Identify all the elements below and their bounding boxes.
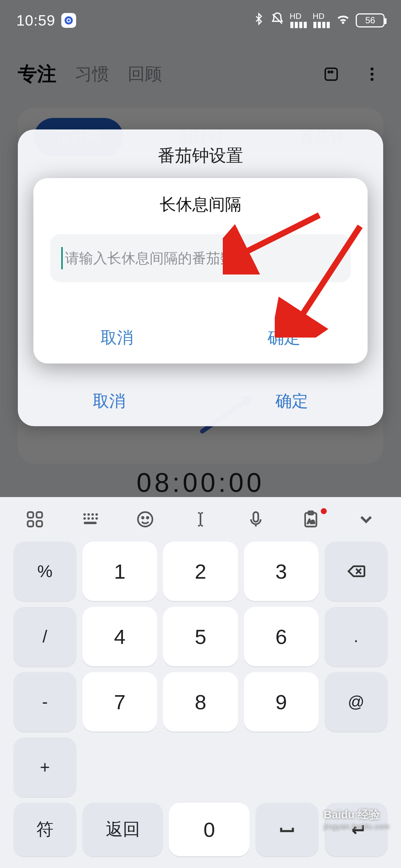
key-3[interactable]: 3: [244, 542, 319, 601]
notification-dot-icon: [321, 508, 327, 514]
kb-layout-icon[interactable]: [70, 506, 111, 533]
wifi-icon: [336, 11, 351, 30]
key-5[interactable]: 5: [163, 607, 238, 666]
kb-collapse-icon[interactable]: [346, 506, 387, 533]
key-at[interactable]: @: [325, 672, 388, 731]
key-2[interactable]: 2: [163, 542, 238, 601]
svg-point-23: [147, 517, 149, 519]
kb-cursor-icon[interactable]: [180, 506, 221, 533]
key-dot[interactable]: .: [325, 607, 388, 666]
key-8[interactable]: 8: [163, 672, 238, 731]
svg-rect-10: [28, 521, 33, 526]
status-time: 10:59: [16, 12, 55, 29]
key-minus[interactable]: -: [13, 672, 76, 731]
signal-hd-1-icon: HD▮▮▮▮: [290, 12, 307, 29]
svg-rect-9: [37, 512, 42, 518]
svg-point-19: [95, 517, 98, 520]
kb-emoji-icon[interactable]: [125, 506, 166, 533]
key-1[interactable]: 1: [82, 542, 157, 601]
svg-rect-24: [253, 512, 258, 522]
annotation-arrow-confirm: [275, 219, 371, 338]
svg-point-13: [87, 513, 90, 516]
key-4[interactable]: 4: [82, 607, 157, 666]
key-space[interactable]: [255, 803, 319, 856]
status-bar: 10:59 HD▮▮▮▮ HD▮▮▮▮ 56: [0, 0, 401, 41]
outer-cancel-button[interactable]: 取消: [18, 390, 200, 412]
svg-point-12: [83, 513, 86, 516]
kb-mic-icon[interactable]: [235, 506, 276, 533]
status-app-icon: [61, 13, 76, 28]
dialog-cancel-button[interactable]: 取消: [33, 327, 200, 349]
key-return[interactable]: 返回: [82, 803, 163, 856]
svg-point-18: [91, 517, 94, 520]
bluetooth-icon: [252, 13, 265, 29]
key-percent[interactable]: %: [13, 542, 76, 601]
svg-point-16: [83, 517, 86, 520]
key-symbols[interactable]: 符: [13, 803, 76, 856]
svg-text:Aa: Aa: [307, 518, 314, 525]
svg-rect-8: [28, 512, 33, 518]
text-cursor: [61, 247, 63, 269]
key-6[interactable]: 6: [244, 607, 319, 666]
svg-rect-20: [84, 522, 97, 525]
svg-rect-11: [37, 521, 42, 526]
key-0[interactable]: 0: [169, 803, 250, 856]
svg-point-15: [95, 513, 98, 516]
svg-point-17: [87, 517, 90, 520]
key-backspace[interactable]: [325, 542, 388, 601]
battery-indicator: 56: [356, 13, 385, 27]
key-9[interactable]: 9: [244, 672, 319, 731]
key-7[interactable]: 7: [82, 672, 157, 731]
mute-icon: [270, 12, 284, 29]
key-plus[interactable]: +: [13, 737, 76, 797]
outer-confirm-button[interactable]: 确定: [200, 390, 383, 412]
kb-apps-icon[interactable]: [14, 506, 55, 533]
svg-point-22: [142, 517, 144, 519]
svg-line-7: [297, 226, 360, 323]
watermark: Baidu 经验 jingyan.baidu.com: [324, 807, 390, 831]
key-slash[interactable]: /: [13, 607, 76, 666]
outer-modal-title: 番茄钟设置: [18, 129, 383, 167]
signal-hd-2-icon: HD▮▮▮▮: [313, 12, 330, 29]
svg-point-21: [138, 512, 153, 527]
kb-clipboard-icon[interactable]: Aa: [290, 506, 331, 533]
svg-point-14: [91, 513, 94, 516]
input-placeholder: 请输入长休息间隔的番茄数量: [65, 249, 248, 268]
